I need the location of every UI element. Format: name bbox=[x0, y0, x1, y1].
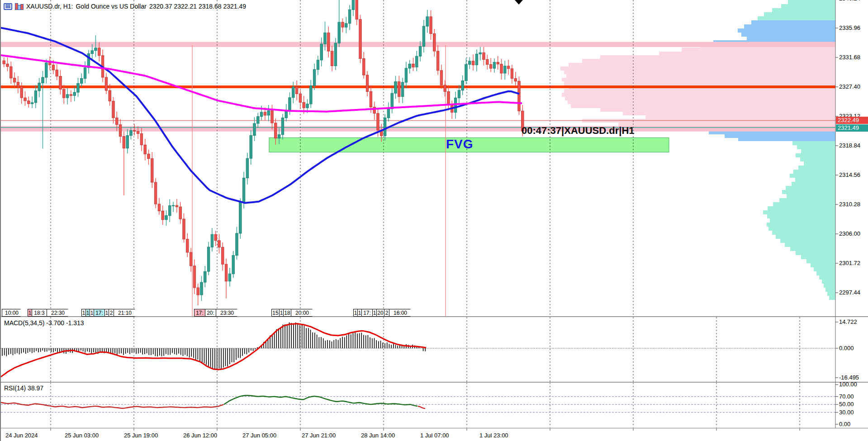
price-axis-label: 2318.84 bbox=[839, 142, 860, 149]
time-pill: 18 bbox=[283, 309, 291, 317]
bar-marker-arrow-icon bbox=[515, 0, 523, 5]
macd-indicator-label: MACD(5,34,5) -3.700 -1.313 bbox=[4, 319, 84, 327]
chart-canvas[interactable] bbox=[1, 0, 868, 441]
price-axis-label: 2306.00 bbox=[839, 230, 860, 237]
time-axis-label: 26 Jun 12:00 bbox=[183, 432, 217, 439]
macd-axis-label: -16.495 bbox=[839, 374, 859, 381]
time-axis-label: 1 Jul 23:00 bbox=[479, 432, 508, 439]
price-axis-label: 2340.24 bbox=[839, 0, 860, 2]
time-pill: 20 bbox=[376, 309, 384, 317]
fvg-zone-label: FVG bbox=[446, 137, 474, 152]
rsi-axis-label: 50.00 bbox=[839, 401, 854, 408]
macd-signal-line bbox=[1, 324, 426, 377]
time-pill: 17: bbox=[194, 309, 205, 317]
time-pill: 17: bbox=[94, 309, 105, 317]
rsi-line bbox=[1, 403, 223, 408]
chart-title-ohlc: 2320.37 2322.21 2318.68 2321.49 bbox=[149, 3, 246, 10]
time-pill: 17: bbox=[361, 309, 373, 317]
chart-properties-icon[interactable] bbox=[4, 3, 12, 10]
time-pill: 15 bbox=[271, 309, 280, 317]
rsi-panel bbox=[1, 383, 835, 427]
rsi-axis-label: 100.00 bbox=[839, 381, 857, 388]
time-axis-label: 25 Jun 19:00 bbox=[124, 432, 158, 439]
time-pill: 20: bbox=[205, 309, 216, 317]
price-axis-label: 2297.44 bbox=[839, 289, 860, 296]
main-price-panel bbox=[1, 0, 835, 316]
macd-panel bbox=[1, 317, 835, 382]
price-axis-label: 2310.28 bbox=[839, 201, 860, 208]
price-axis-label: 2335.96 bbox=[839, 24, 860, 31]
chart-title-symbol: XAUUSD.dr, H1: bbox=[26, 3, 73, 10]
time-axis-label: 27 Jun 05:00 bbox=[242, 432, 276, 439]
time-axis-label: 28 Jun 14:00 bbox=[361, 432, 395, 439]
price-axis-label: 2327.40 bbox=[839, 83, 860, 90]
time-pill: 10:00 bbox=[2, 309, 24, 317]
ask-price-badge: 2321.49 bbox=[836, 124, 868, 132]
price-axis-label: 2301.72 bbox=[839, 260, 860, 266]
time-axis-label: 24 Jun 2024 bbox=[5, 432, 38, 439]
rsi-axis-label: 70.00 bbox=[839, 393, 854, 400]
price-axis-label: 2314.56 bbox=[839, 171, 860, 178]
time-pill: 20:00 bbox=[291, 309, 315, 317]
chart-title-description: Gold Ounce vs US Dollar bbox=[76, 3, 146, 10]
price-zone-band bbox=[1, 42, 835, 47]
time-pill: 16:00 bbox=[389, 309, 413, 317]
macd-axis-label: 14.722 bbox=[839, 318, 857, 325]
price-axis-label: 2331.68 bbox=[839, 54, 860, 61]
rsi-line bbox=[418, 406, 425, 408]
trading-chart-window: XAUUSD.dr, H1: Gold Ounce vs US Dollar 2… bbox=[0, 0, 868, 441]
bar-chart-icon[interactable] bbox=[15, 3, 24, 10]
rsi-axis-label: 0.00 bbox=[839, 421, 850, 427]
bid-price-badge: 2322.49 bbox=[836, 117, 868, 124]
price-zone-band bbox=[1, 126, 835, 132]
time-pill: 2 bbox=[384, 309, 389, 317]
time-pill: 2 bbox=[109, 309, 114, 317]
replay-clock-overlay: 00:47:37|XAUUSD.dr|H1 bbox=[522, 125, 635, 137]
time-axis-label: 27 Jun 21:00 bbox=[302, 432, 336, 439]
time-pill: 23:30 bbox=[216, 309, 240, 317]
time-pill: 18:3 bbox=[32, 309, 47, 317]
time-axis-label: 1 Jul 07:00 bbox=[420, 432, 449, 439]
time-axis-label: 25 Jun 03:00 bbox=[65, 432, 99, 439]
time-pill: 21:10 bbox=[114, 309, 138, 317]
macd-axis-label: 0.000 bbox=[839, 345, 854, 351]
rsi-indicator-label: RSI(14) 38.97 bbox=[4, 384, 43, 392]
title-bar: XAUUSD.dr, H1: Gold Ounce vs US Dollar 2… bbox=[4, 2, 246, 11]
rsi-axis-label: 30.00 bbox=[839, 409, 854, 416]
time-pill: 22:30 bbox=[47, 309, 71, 317]
